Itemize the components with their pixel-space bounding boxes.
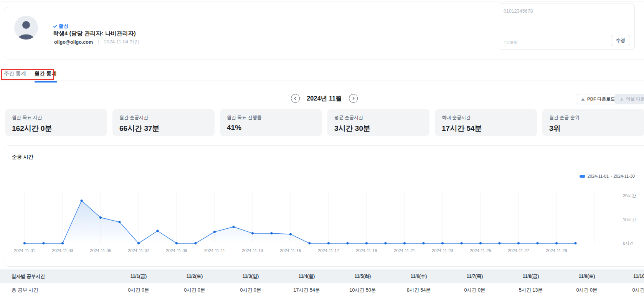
table-header-cell: 11/2(토) [167,273,223,280]
svg-text:2024-11-05: 2024-11-05 [90,248,111,253]
stat-value: 162시간 0분 [12,124,100,134]
student-name: 학생4 (담당 관리자: 나비관리자) [53,30,136,37]
stat-card-goal-time: 월간 목표 시간 162시간 0분 [5,109,107,136]
next-month-button[interactable] [349,94,358,103]
status-label: 활성 [59,23,68,30]
chevron-left-icon [294,97,297,100]
table-header-cell: 11/4(월) [279,273,335,280]
stat-value: 66시간 37분 [119,124,208,134]
memo-box[interactable]: 01012345678 11/300 수정 [498,3,635,50]
svg-text:0시간: 0시간 [623,241,634,246]
svg-text:2024-11-21: 2024-11-21 [394,248,415,253]
table-cell: 10시간 50분 [335,287,391,294]
svg-text:20시간: 20시간 [623,193,636,198]
stat-label: 월간 순공 순위 [549,114,637,121]
divider [98,40,99,45]
study-time-chart-card: 순공 시간 2024-11-01 ~ 2024-11-30 2024-11-01… [4,145,644,267]
table-header-cell: 11/10(일) [615,273,644,280]
svg-text:2024-11-07: 2024-11-07 [128,248,149,253]
table-cell: 17시간 54분 [279,287,335,294]
svg-text:2024-11-15: 2024-11-15 [280,248,301,253]
table-cell: 5시간 13분 [503,287,559,294]
check-icon [53,24,57,28]
svg-text:2024-11-03: 2024-11-03 [52,248,73,253]
memo-input[interactable]: 01012345678 [504,8,533,14]
svg-text:2024-11-23: 2024-11-23 [432,248,453,253]
stat-value: 3시간 30분 [334,124,423,134]
page-top-divider [0,2,644,2]
table-header-cell: 11/7(목) [447,273,503,280]
table-header-cell: 11/8(금) [503,273,559,280]
monthly-stats-cards: 월간 목표 시간 162시간 0분 월간 순공시간 66시간 37분 월간 목표… [0,109,644,136]
table-cell: 0시간 0분 [559,287,615,294]
table-header-cell: 11/1(금) [111,273,167,280]
tab-monthly-stats[interactable]: 월간 통계 [35,70,57,82]
stat-label: 평균 순공시간 [334,114,423,121]
table-row-header: 일자별 공부시간 [0,273,111,280]
svg-text:2024-11-25: 2024-11-25 [470,248,491,253]
tab-weekly-stats[interactable]: 주간 통계 [4,70,26,82]
download-icon [581,97,585,102]
svg-text:2024-11-09: 2024-11-09 [166,248,187,253]
svg-text:2024-11-19: 2024-11-19 [356,248,377,253]
pdf-download-button[interactable]: PDF 다운로드 [576,94,620,104]
stat-value: 17시간 54분 [442,124,530,134]
chart-title: 순공 시간 [12,153,33,160]
stat-card-max-time: 최대 순공시간 17시간 54분 [435,109,537,136]
excel-download-label: 엑셀 다운로드 [626,96,644,102]
download-icon [619,97,624,102]
stat-card-goal-progress: 월간 목표 진행률 41% [220,109,322,136]
char-counter: 11/300 [504,40,517,45]
table-cell: 0시간 0분 [111,287,167,294]
table-cell: 8시간 54분 [391,287,447,294]
table-cell: 0시간 0분 [447,287,503,294]
svg-text:2024-11-27: 2024-11-27 [508,248,529,253]
status-badge: 활성 [53,23,68,30]
person-icon [14,16,38,40]
stat-card-rank: 월간 순공 순위 3위 [542,109,644,136]
legend-label: 2024-11-01 ~ 2024-11-30 [588,174,635,178]
prev-month-button[interactable] [291,94,300,103]
stats-tabs: 주간 통계 월간 통계 [4,70,57,82]
table-header-cell: 11/6(수) [391,273,447,280]
table-cell: 0시간 0분 [223,287,279,294]
daily-study-table: 일자별 공부시간 11/1(금)11/2(토)11/3(일)11/4(월)11/… [0,269,644,297]
chevron-right-icon [352,97,355,100]
table-header-cell: 11/9(토) [559,273,615,280]
svg-text:2024-11-11: 2024-11-11 [204,248,225,253]
table-header-cell: 11/3(일) [223,273,279,280]
stat-value: 41% [227,124,315,132]
table-cell: 0시간 0분 [615,287,644,294]
stat-label: 월간 목표 시간 [12,114,100,121]
table-row-label: 총 공부 시간 [0,287,111,294]
excel-download-button-disabled[interactable]: 엑셀 다운로드 [614,94,644,104]
svg-text:2024-11-17: 2024-11-17 [318,248,339,253]
table-row: 총 공부 시간 0시간 0분0시간 0분0시간 0분17시간 54분10시간 5… [0,283,644,297]
pdf-download-label: PDF 다운로드 [587,96,615,102]
stat-label: 월간 순공시간 [119,114,208,121]
month-navigation: 2024년 11월 [291,94,358,103]
stat-card-study-time: 월간 순공시간 66시간 37분 [112,109,215,136]
tabs-divider [0,81,644,81]
stat-label: 월간 목표 진행률 [227,114,315,121]
join-date: 2024-11-04 가입 [104,39,139,45]
svg-text:2024-11-29: 2024-11-29 [546,248,567,253]
current-month-label: 2024년 11월 [307,94,342,103]
student-email: oligo@oligo.com [54,40,93,45]
stat-value: 3위 [549,124,637,134]
table-cell: 0시간 0분 [167,287,223,294]
legend-marker [580,175,585,178]
chart-legend: 2024-11-01 ~ 2024-11-30 [580,174,635,178]
svg-text:2024-11-13: 2024-11-13 [242,248,263,253]
table-header-row: 일자별 공부시간 11/1(금)11/2(토)11/3(일)11/4(월)11/… [0,269,644,283]
svg-text:2024-11-01: 2024-11-01 [14,248,35,253]
stat-card-average-time: 평균 순공시간 3시간 30분 [327,109,429,136]
study-time-line-chart: 2024-11-012024-11-032024-11-052024-11-07… [12,180,644,257]
stat-label: 최대 순공시간 [442,114,530,121]
svg-text:10시간: 10시간 [623,217,636,222]
edit-button[interactable]: 수정 [611,35,630,46]
table-header-cell: 11/5(화) [335,273,391,280]
avatar [14,16,38,40]
